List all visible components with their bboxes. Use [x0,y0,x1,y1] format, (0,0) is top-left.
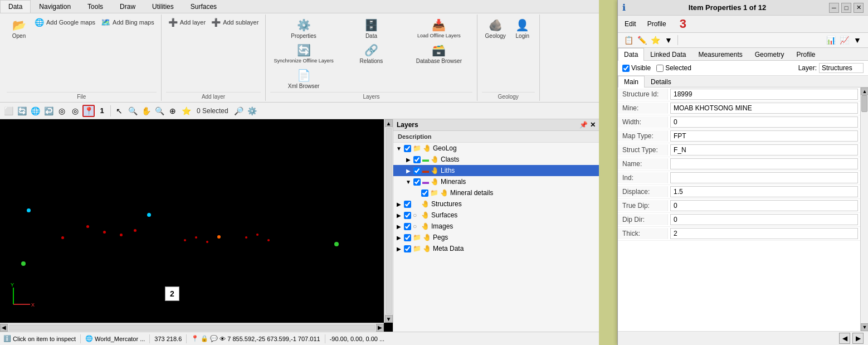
props-prev-btn[interactable]: ◀ [839,333,850,344]
sub-tab-details[interactable]: Details [645,76,677,88]
layer-item-mineral-details[interactable]: 📁 🤚 Mineral details [393,187,599,198]
open-button[interactable]: 📂 Open [7,17,31,41]
expand-pegs[interactable]: ▶ [396,235,402,241]
add-layer-button[interactable]: ➕ Add layer [166,17,208,28]
tab-linked-data[interactable]: Linked Data [644,48,692,61]
input-width[interactable] [670,116,858,128]
layer-item-clasts[interactable]: ▶ ▬ 🤚 Clasts [393,154,599,165]
load-offline-layers-button[interactable]: 📥 Load Offline Layers [406,17,472,40]
map-canvas[interactable]: 2 Y X ◀ ▶ ▲ ▼ [0,119,393,332]
visible-checkbox[interactable] [622,65,630,72]
tool-zoom-out[interactable]: 🔍 [153,105,165,117]
expand-surfaces[interactable]: ▶ [396,212,402,218]
tab-tools[interactable]: Tools [79,0,111,13]
expand-structures[interactable]: ▶ [396,201,402,207]
maximize-btn[interactable]: □ [841,3,851,13]
pin-icon[interactable]: 📌 [579,121,588,129]
toolbar-btn-2[interactable]: 🔄 [16,105,28,117]
tab-measurements[interactable]: Measurements [692,48,748,61]
add-google-maps-button[interactable]: 🌐 Add Google maps [32,17,97,28]
close-props-btn[interactable]: ✕ [854,3,864,13]
expand-meta-data[interactable]: ▶ [396,246,402,252]
tool-zoom-in[interactable]: 🔍 [126,105,139,117]
data-button[interactable]: 🗄️ Data [338,17,404,41]
props-tb-edit[interactable]: ✏️ [636,34,648,46]
layer-item-meta-data[interactable]: ▶ 📁 🤚 Meta Data [393,243,599,254]
scroll-track-h[interactable] [9,325,375,331]
checkbox-geolog[interactable] [404,145,411,152]
location-button[interactable]: 📍 [82,105,95,117]
profile-menu[interactable]: Profile [645,19,669,29]
scroll-up-props[interactable]: ▲ [861,88,868,95]
checkbox-mineral-details[interactable] [421,189,428,197]
expand-minerals[interactable]: ▼ [405,179,412,185]
props-scrollbar[interactable]: ▲ ▼ [860,88,868,331]
expand-clasts[interactable]: ▶ [405,157,412,163]
props-scroll-thumb[interactable] [861,95,867,112]
scroll-right-btn[interactable]: ▶ [376,324,384,332]
tab-surfaces[interactable]: Surfaces [182,0,225,13]
add-sublayer-button[interactable]: ➕ Add sublayer [209,17,261,28]
tool-inspect[interactable]: 🔎 [233,105,245,117]
close-layers-btn[interactable]: ✕ [590,121,596,129]
tab-profile[interactable]: Profile [790,48,821,61]
scroll-up-btn[interactable]: ▲ [385,119,393,127]
scroll-down-props[interactable]: ▼ [861,323,868,331]
input-true-dip[interactable] [670,200,858,211]
database-browser-button[interactable]: 🗃️ Database Browser [406,42,472,66]
input-mine[interactable] [670,103,858,114]
props-tb-star[interactable]: ⭐ [649,34,661,46]
props-tb-dropdown[interactable]: ▼ [662,34,675,46]
layer-item-surfaces[interactable]: ▶ ○ 🤚 Surfaces [393,210,599,221]
layer-item-geolog[interactable]: ▼ 📁 🤚 GeoLog [393,143,599,154]
input-ind[interactable] [670,172,858,183]
selected-checkbox[interactable] [656,65,664,72]
input-name[interactable] [670,158,858,169]
toolbar-btn-1[interactable]: ⬜ [2,105,14,117]
scroll-left-btn[interactable]: ◀ [0,324,8,332]
relations-button[interactable]: 🔗 Relations [338,42,404,66]
layer-item-liths[interactable]: ▶ ▬ 🤚 Liths [393,165,599,176]
props-tb-copy[interactable]: 📋 [622,34,635,46]
tab-utilities[interactable]: Utilities [144,0,182,13]
sync-offline-layers-button[interactable]: 🔄 Synchronize Offline Layers [270,42,337,65]
scroll-track-v[interactable] [386,128,392,314]
props-next-btn[interactable]: ▶ [852,333,864,344]
geology-button[interactable]: 🪨 Geology [482,17,509,41]
tool-select[interactable]: ⊕ [167,105,179,117]
expand-images[interactable]: ▶ [396,223,402,230]
props-tb-dropdown2[interactable]: ▼ [851,34,864,46]
input-map-type[interactable] [670,130,858,142]
toolbar-btn-3[interactable]: 🌐 [29,105,41,117]
checkbox-meta-data[interactable] [404,245,411,252]
tab-navigation[interactable]: Navigation [31,0,79,13]
tab-geometry[interactable]: Geometry [749,48,791,61]
crs-item[interactable]: 🌐 World_Mercator ... [85,335,145,342]
checkbox-clasts[interactable] [413,156,421,163]
tab-data-props[interactable]: Data [618,48,644,61]
login-button[interactable]: 👤 Login [510,17,535,41]
add-bing-maps-button[interactable]: 🗺️ Add Bing maps [99,17,157,28]
toolbar-btn-5[interactable]: ◎ [56,105,68,117]
props-tb-chart2[interactable]: 📈 [838,34,850,46]
input-displace[interactable] [670,186,858,197]
scroll-down-btn[interactable]: ▼ [385,315,393,323]
expand-geolog[interactable]: ▼ [396,145,402,152]
tool-pan[interactable]: ✋ [140,105,152,117]
toolbar-btn-6[interactable]: ◎ [69,105,81,117]
checkbox-surfaces[interactable] [404,212,411,219]
tool-pointer[interactable]: ↖ [113,105,125,117]
checkbox-minerals[interactable] [413,178,421,186]
edit-menu[interactable]: Edit [622,19,638,29]
minimize-btn[interactable]: ─ [829,3,839,13]
layer-item-structures[interactable]: ▶ 🤚 Structures [393,198,599,210]
properties-button[interactable]: ⚙️ Properties [270,17,337,41]
input-structure-id[interactable] [670,89,858,100]
map-scrollbar-vertical[interactable]: ▲ ▼ [384,119,393,323]
input-struct-type[interactable] [670,144,858,156]
tool-star[interactable]: ⭐ [180,105,192,117]
toolbar-btn-4[interactable]: ↩️ [42,105,55,117]
input-thick[interactable] [670,228,858,239]
map-scrollbar-horizontal[interactable]: ◀ ▶ [0,323,384,332]
checkbox-images[interactable] [404,223,411,230]
